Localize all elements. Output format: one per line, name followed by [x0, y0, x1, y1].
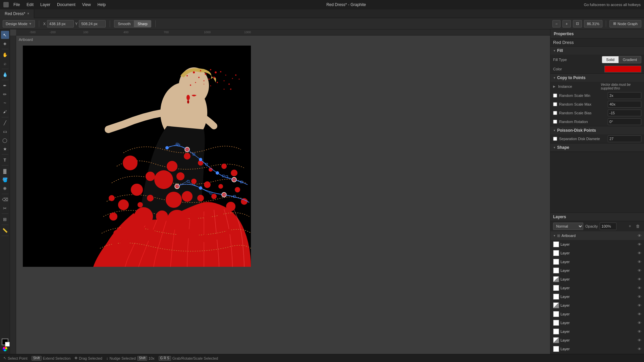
fill-solid-button[interactable]: Solid: [602, 56, 619, 63]
artboard-row[interactable]: ⊞ Artboard: [550, 231, 644, 240]
layer-visibility-button[interactable]: [638, 242, 641, 247]
y-input[interactable]: [79, 20, 106, 27]
menu-layer[interactable]: Layer: [38, 2, 53, 8]
layer-visibility-button[interactable]: [638, 251, 641, 255]
tool-star[interactable]: ★: [1, 145, 9, 153]
layer-item[interactable]: Layer: [550, 318, 644, 327]
layer-visibility-button[interactable]: [638, 320, 641, 325]
artboard[interactable]: [23, 46, 251, 267]
sharp-button[interactable]: Sharp: [134, 20, 151, 27]
tool-measure[interactable]: 📏: [1, 226, 9, 234]
tool-pen[interactable]: ✒: [1, 81, 9, 89]
zoom-in-button[interactable]: +: [562, 20, 571, 27]
layer-item[interactable]: Layer: [550, 345, 644, 353]
tool-eyedrop[interactable]: 💧: [1, 70, 9, 78]
color-fill-box[interactable]: [2, 339, 8, 345]
layer-item[interactable]: Layer: [550, 301, 644, 310]
layer-item[interactable]: Layer: [550, 257, 644, 266]
tool-ellipse[interactable]: ◯: [1, 136, 9, 144]
layer-visibility-button[interactable]: [638, 294, 641, 299]
random-scale-min-checkbox[interactable]: [553, 94, 557, 98]
layer-visibility-button[interactable]: [638, 277, 641, 282]
layer-item[interactable]: Layer: [550, 327, 644, 336]
opacity-input[interactable]: [600, 223, 616, 230]
tool-select[interactable]: [1, 31, 9, 39]
svg-point-27: [147, 195, 154, 201]
menu-help[interactable]: Help: [95, 2, 109, 8]
add-layer-button[interactable]: +: [627, 223, 633, 230]
random-scale-max-input[interactable]: [608, 101, 641, 108]
layer-visibility-button[interactable]: [638, 286, 641, 290]
tool-text[interactable]: T: [1, 156, 9, 164]
zoom-fit-button[interactable]: ⊡: [573, 20, 582, 27]
smooth-button[interactable]: Smooth: [114, 20, 134, 27]
x-input[interactable]: [47, 20, 74, 27]
copy-to-points-header[interactable]: Copy to Points: [550, 74, 644, 82]
fill-color-swatch[interactable]: [604, 66, 641, 72]
random-rotation-input[interactable]: [608, 118, 641, 125]
tool-spray[interactable]: ❋: [1, 184, 9, 192]
random-scale-max-checkbox[interactable]: [553, 102, 557, 106]
layer-item[interactable]: Layer: [550, 240, 644, 249]
menu-file[interactable]: File: [11, 2, 22, 8]
menu-document[interactable]: Document: [54, 2, 78, 8]
fill-section-header[interactable]: Fill: [550, 47, 644, 55]
layer-visibility-button[interactable]: [638, 259, 641, 264]
random-scale-bias-checkbox[interactable]: [553, 111, 557, 115]
layer-item[interactable]: Layer: [550, 292, 644, 301]
smooth-sharp-group: Smooth Sharp: [114, 20, 151, 27]
blend-mode-select[interactable]: Normal: [553, 223, 583, 230]
layer-visibility-button[interactable]: [638, 329, 641, 334]
tool-spiro[interactable]: ~: [1, 99, 9, 107]
layer-visibility-button[interactable]: [638, 303, 641, 308]
menu-view[interactable]: View: [79, 2, 94, 8]
separation-disk-input[interactable]: [608, 135, 641, 142]
tool-pencil[interactable]: ✏: [1, 90, 9, 98]
random-rotation-checkbox[interactable]: [553, 120, 557, 124]
poisson-section-header[interactable]: Poisson-Disk Points: [550, 126, 644, 134]
shape-section-header[interactable]: Shape: [550, 143, 644, 152]
tool-zoom[interactable]: [1, 59, 9, 67]
tool-knife[interactable]: ✂: [1, 204, 9, 212]
tool-brush[interactable]: 🖌: [1, 108, 9, 116]
node-graph-button[interactable]: ⊞ Node Graph: [609, 20, 641, 27]
layer-item[interactable]: Layer: [550, 310, 644, 318]
tool-gradient[interactable]: ▓: [1, 167, 9, 175]
tool-line[interactable]: ╱: [1, 119, 9, 127]
canvas-content[interactable]: Artboard: [16, 36, 550, 354]
separation-disk-checkbox[interactable]: [553, 137, 557, 141]
color-stroke-box[interactable]: [5, 342, 10, 347]
nudge-selected-label: Nudge Selected: [110, 356, 136, 360]
drag-icon: ✥: [74, 356, 77, 360]
design-mode-dropdown[interactable]: Design Mode ▼: [3, 20, 35, 27]
layer-item[interactable]: Layer: [550, 249, 644, 257]
tool-rect[interactable]: ▭: [1, 127, 9, 135]
tool-eraser[interactable]: ⌫: [1, 195, 9, 203]
tool-node-edit[interactable]: ◈: [1, 40, 9, 48]
color-wheel-icon[interactable]: [3, 347, 7, 351]
artboard-visibility-button[interactable]: [638, 233, 641, 238]
random-scale-bias-input[interactable]: [608, 110, 641, 116]
layer-item[interactable]: Layer: [550, 336, 644, 345]
delete-layer-button[interactable]: 🗑: [635, 223, 641, 230]
layer-visibility-button[interactable]: [638, 347, 641, 351]
fill-gradient-button[interactable]: Gradient: [619, 56, 641, 63]
layer-name: Layer: [560, 277, 636, 281]
layer-visibility-button[interactable]: [638, 312, 641, 316]
layer-visibility-button[interactable]: [638, 338, 641, 343]
tool-mesh[interactable]: ⊞: [1, 215, 9, 223]
tool-paint-bucket[interactable]: 🪣: [1, 176, 9, 184]
menu-edit[interactable]: Edit: [24, 2, 36, 8]
svg-point-21: [204, 181, 211, 188]
toolbar: Design Mode ▼ X Y Smooth Sharp − + ⊡ 86.…: [0, 18, 644, 29]
tab-close-button[interactable]: ×: [27, 12, 29, 15]
layer-item[interactable]: Layer: [550, 275, 644, 284]
tab-red-dress[interactable]: Red Dress* ×: [0, 9, 34, 18]
random-scale-min-input[interactable]: [608, 92, 641, 99]
layer-item[interactable]: Layer: [550, 266, 644, 275]
layer-visibility-button[interactable]: [638, 268, 641, 273]
canvas-area[interactable]: -500 -200 100 400 700 1000 1300 Artboard: [10, 29, 550, 354]
tool-hand[interactable]: ✋: [1, 51, 9, 59]
zoom-out-button[interactable]: −: [552, 20, 560, 27]
layer-item[interactable]: Layer: [550, 284, 644, 292]
